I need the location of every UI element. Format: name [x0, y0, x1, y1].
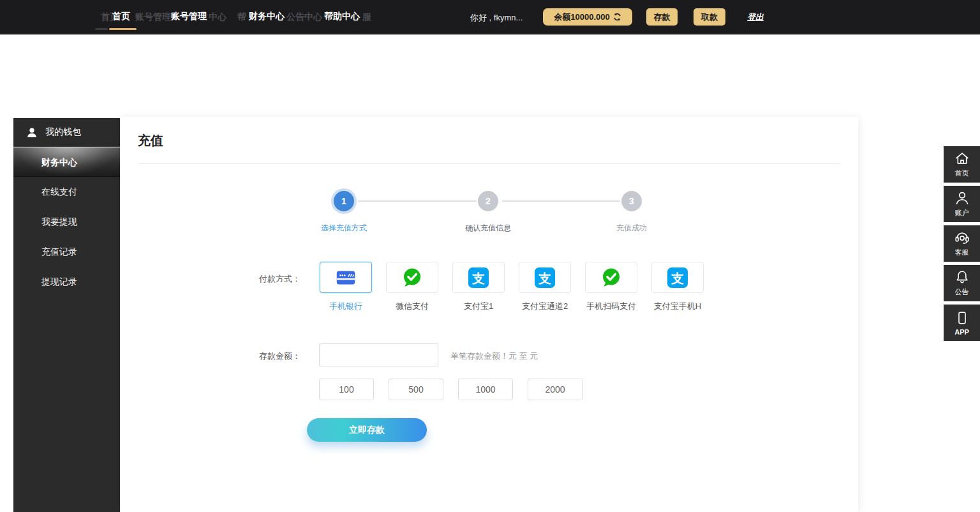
toolbar-item-label: 客服	[955, 248, 969, 257]
payment-method-label: 付款方式：	[224, 273, 301, 285]
payment-method-wechat[interactable]: 微信支付	[386, 262, 438, 312]
withdraw-button[interactable]: 取款	[694, 8, 725, 26]
payment-method-box: 支	[651, 262, 704, 293]
step-1-label: 选择充值方式	[306, 223, 382, 234]
deposit-amount-hint: 单笔存款金额！元 至 元	[450, 350, 538, 362]
toolbar-item-account[interactable]: 账户	[944, 186, 980, 222]
payment-method-name: 支付宝手机H	[654, 301, 701, 312]
quick-amount-500[interactable]: 500	[389, 379, 443, 400]
wallet-user-icon	[26, 127, 38, 138]
sidebar-item-online-payment[interactable]: 在线支付	[13, 177, 120, 207]
payment-method-list: 手机银行 微信支付 支 支付宝1	[320, 262, 704, 312]
balance-amount: 余额10000.000	[554, 11, 609, 23]
toolbar-item-label: 首页	[955, 169, 969, 178]
svg-text:支: 支	[671, 271, 684, 285]
logout-link[interactable]: 登出	[747, 11, 764, 23]
page-title: 充值	[138, 132, 163, 149]
alipay-icon: 支	[667, 267, 688, 289]
nav-ghost-underline	[95, 28, 108, 30]
wallet-sidebar: 我的钱包 财务中心 在线支付 我要提现 充值记录 提现记录	[13, 118, 120, 512]
payment-method-mobile-scan[interactable]: 手机扫码支付	[585, 262, 637, 312]
nav-ghost-help: 帮	[237, 11, 246, 23]
alipay-icon: 支	[534, 267, 556, 289]
toolbar-item-label: APP	[954, 328, 969, 336]
recharge-card: 充值 1 2 3 选择充值方式 确认充值信息 充值成功 付款方式： 手机银行	[120, 117, 858, 512]
sidebar-header-label: 我的钱包	[45, 126, 81, 138]
step-3-circle: 3	[621, 191, 642, 211]
payment-method-alipay-1[interactable]: 支 支付宝1	[452, 262, 505, 312]
nav-active-underline	[109, 28, 137, 30]
payment-method-name: 手机银行	[329, 301, 362, 312]
toolbar-item-home[interactable]: 首页	[944, 146, 980, 183]
user-icon	[954, 190, 970, 206]
nav-item-help-center[interactable]: 帮助中心	[324, 11, 360, 22]
quick-amount-2000[interactable]: 2000	[528, 379, 583, 400]
bank-card-icon	[334, 266, 358, 290]
headset-icon	[954, 230, 970, 245]
deposit-now-button[interactable]: 立即存款	[307, 418, 427, 442]
payment-method-alipay-channel-2[interactable]: 支 支付宝通道2	[519, 262, 571, 312]
phone-icon	[954, 310, 970, 326]
toolbar-item-customer-service[interactable]: 客服	[944, 225, 980, 262]
user-greeting: 你好 , fkymn...	[470, 12, 523, 24]
payment-method-name: 支付宝通道2	[522, 301, 568, 312]
toolbar-item-label: 账户	[955, 208, 969, 218]
payment-method-alipay-h5[interactable]: 支 支付宝手机H	[651, 262, 704, 312]
nav-ghost-center: 中心	[209, 11, 226, 23]
quick-amount-1000[interactable]: 1000	[458, 379, 513, 400]
alipay-icon: 支	[468, 267, 489, 289]
nav-ghost-account: 账号管理	[135, 11, 171, 23]
quick-amount-100[interactable]: 100	[319, 379, 374, 400]
sidebar-item-withdraw-records[interactable]: 提现记录	[13, 267, 120, 297]
toolbar-item-app[interactable]: APP	[944, 305, 980, 341]
balance-button[interactable]: 余额10000.000	[543, 8, 632, 26]
payment-method-box	[585, 262, 637, 293]
wechat-pay-icon	[600, 266, 623, 289]
payment-method-box: 支	[452, 262, 505, 293]
deposit-button[interactable]: 存款	[646, 8, 678, 26]
payment-method-box	[386, 262, 438, 293]
step-connector-2	[502, 200, 620, 202]
payment-method-name: 支付宝1	[464, 301, 493, 312]
payment-method-box: 支	[519, 262, 571, 293]
bell-icon	[954, 269, 970, 285]
svg-text:支: 支	[538, 271, 551, 285]
payment-method-name: 手机扫码支付	[586, 301, 636, 312]
sidebar-header: 我的钱包	[13, 118, 120, 147]
nav-item-home[interactable]: 首页	[112, 11, 130, 22]
payment-method-mobile-bank[interactable]: 手机银行	[320, 262, 372, 312]
sidebar-item-finance-center[interactable]: 财务中心	[13, 147, 120, 177]
step-connector-1	[358, 200, 477, 202]
step-2-label: 确认充值信息	[450, 223, 526, 234]
quick-amount-row: 100 500 1000 2000	[319, 379, 583, 400]
nav-item-account-management[interactable]: 账号管理	[171, 11, 207, 22]
deposit-amount-label: 存款金额：	[224, 350, 301, 362]
nav-ghost-announce: 公告中心	[286, 11, 322, 23]
svg-text:支: 支	[471, 271, 485, 285]
nav-item-finance-center[interactable]: 财务中心	[249, 11, 285, 22]
nav-ghost-service: 服	[362, 11, 371, 23]
title-divider	[138, 163, 841, 164]
sidebar-item-recharge-records[interactable]: 充值记录	[13, 237, 120, 267]
payment-method-box	[320, 262, 372, 293]
payment-method-name: 微信支付	[396, 301, 429, 312]
top-navbar: 首页 账号管理 中心 帮 公告中心 服 首页 账号管理 财务中心 帮助中心 你好…	[0, 0, 980, 34]
step-1-circle: 1	[334, 191, 354, 211]
floating-toolbar: 首页 账户 客服 公告 APP	[944, 146, 980, 341]
refresh-icon	[613, 13, 621, 21]
sidebar-item-withdraw[interactable]: 我要提现	[13, 207, 120, 237]
toolbar-item-label: 公告	[955, 287, 969, 297]
home-icon	[954, 151, 970, 166]
toolbar-item-announcements[interactable]: 公告	[944, 265, 980, 301]
step-2-circle: 2	[478, 191, 498, 211]
wechat-pay-icon	[401, 266, 424, 289]
deposit-amount-input[interactable]	[319, 343, 438, 366]
step-3-label: 充值成功	[593, 223, 670, 234]
